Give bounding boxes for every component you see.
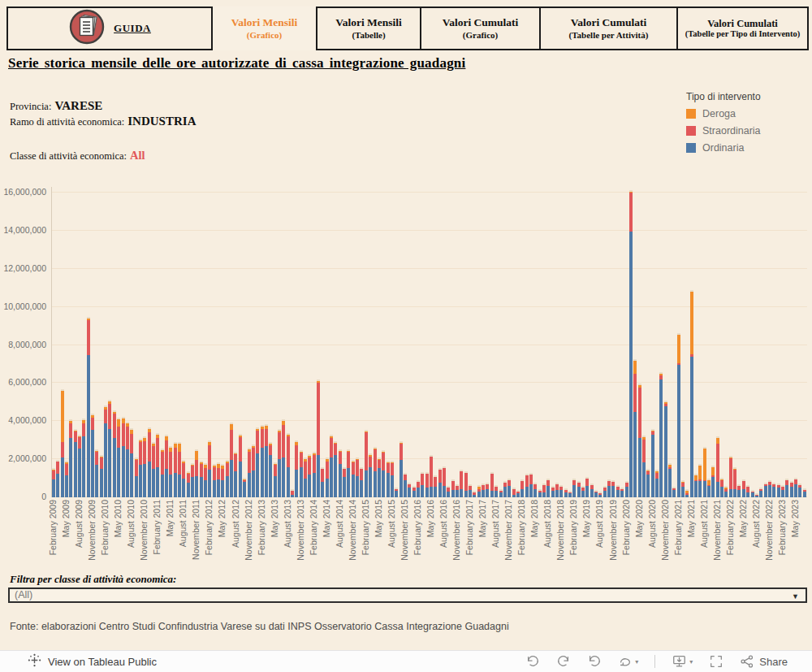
bar-column[interactable] <box>356 457 359 497</box>
bar-column[interactable] <box>360 467 363 497</box>
bar-column[interactable] <box>387 461 390 497</box>
bar-column[interactable] <box>156 433 159 497</box>
bar-column[interactable] <box>52 468 55 497</box>
bar-column[interactable] <box>208 440 211 497</box>
bar-column[interactable] <box>91 414 94 497</box>
bar-column[interactable] <box>690 290 693 497</box>
bar-column[interactable] <box>495 485 498 497</box>
bar-column[interactable] <box>204 463 207 497</box>
bar-column[interactable] <box>404 473 407 497</box>
classe-filter-dropdown[interactable]: (All) ▼ <box>8 587 807 603</box>
bar-column[interactable] <box>430 455 433 497</box>
undo-button[interactable] <box>525 654 540 669</box>
bar-column[interactable] <box>772 483 775 497</box>
redo-button[interactable] <box>556 654 571 669</box>
bar-column[interactable] <box>737 484 741 497</box>
bar-column[interactable] <box>798 483 801 497</box>
bar-column[interactable] <box>326 457 329 497</box>
bar-column[interactable] <box>559 485 563 497</box>
bar-column[interactable] <box>234 452 237 497</box>
bar-column[interactable] <box>252 444 255 497</box>
bar-column[interactable] <box>672 487 676 497</box>
bar-column[interactable] <box>82 418 85 497</box>
bar-column[interactable] <box>417 480 420 497</box>
bar-column[interactable] <box>542 483 546 497</box>
bar-column[interactable] <box>274 462 277 497</box>
bar-column[interactable] <box>698 464 702 497</box>
tab-valori-mensili-tabelle[interactable]: Valori Mensili (Tabelle) <box>316 7 421 50</box>
bar-column[interactable] <box>520 479 524 497</box>
share-button[interactable]: Share <box>740 654 788 669</box>
bar-column[interactable] <box>56 460 59 497</box>
bar-column[interactable] <box>625 481 628 497</box>
bar-column[interactable] <box>187 471 190 497</box>
bar-column[interactable] <box>291 489 294 497</box>
bar-column[interactable] <box>343 467 346 497</box>
bar-column[interactable] <box>317 379 320 497</box>
bar-column[interactable] <box>221 464 224 497</box>
bar-column[interactable] <box>616 485 620 497</box>
bar-column[interactable] <box>438 468 442 497</box>
tab-valori-cumulati-grafico[interactable]: Valori Cumulati (Grafico) <box>420 7 541 50</box>
bar-column[interactable] <box>161 449 164 497</box>
bar-column[interactable] <box>546 479 550 497</box>
bar-column[interactable] <box>460 470 463 497</box>
bar-column[interactable] <box>369 453 372 497</box>
bar-column[interactable] <box>261 425 264 497</box>
bar-column[interactable] <box>503 481 507 497</box>
bar-column[interactable] <box>720 478 723 497</box>
bar-column[interactable] <box>490 472 494 497</box>
bar-column[interactable] <box>456 484 459 497</box>
bar-column[interactable] <box>703 447 706 497</box>
bar-column[interactable] <box>694 474 698 497</box>
bar-column[interactable] <box>646 469 650 497</box>
bar-column[interactable] <box>785 479 788 497</box>
bar-column[interactable] <box>300 450 303 497</box>
bar-column[interactable] <box>768 480 771 497</box>
bar-column[interactable] <box>282 419 285 497</box>
bar-column[interactable] <box>733 467 736 497</box>
view-on-tableau-public[interactable]: View on Tableau Public <box>28 653 157 670</box>
bar-column[interactable] <box>729 456 732 497</box>
tab-valori-mensili-grafico[interactable]: Valori Mensili (Grafico) <box>213 7 316 50</box>
bar-column[interactable] <box>195 449 198 497</box>
bar-column[interactable] <box>794 478 797 497</box>
bar-column[interactable] <box>499 489 503 497</box>
bar-column[interactable] <box>607 479 611 497</box>
bar-column[interactable] <box>174 442 177 497</box>
bar-column[interactable] <box>482 483 485 497</box>
bar-column[interactable] <box>746 485 749 497</box>
bar-column[interactable] <box>633 359 637 497</box>
bar-column[interactable] <box>594 490 598 497</box>
bar-column[interactable] <box>525 474 529 497</box>
bar-column[interactable] <box>668 463 672 497</box>
bar-column[interactable] <box>113 410 116 497</box>
bar-column[interactable] <box>65 461 68 497</box>
bar-column[interactable] <box>751 490 754 497</box>
bar-column[interactable] <box>287 433 290 497</box>
bar-column[interactable] <box>230 423 233 497</box>
bar-column[interactable] <box>642 436 646 497</box>
bar-column[interactable] <box>564 488 568 497</box>
bar-column[interactable] <box>777 483 780 497</box>
bar-column[interactable] <box>382 450 385 497</box>
bar-column[interactable] <box>664 401 667 497</box>
bar-column[interactable] <box>577 481 581 497</box>
bar-column[interactable] <box>681 480 685 497</box>
bar-column[interactable] <box>443 466 446 497</box>
bar-column[interactable] <box>651 429 654 497</box>
bar-column[interactable] <box>620 488 624 497</box>
bar-column[interactable] <box>278 429 281 497</box>
legend-item-ordinaria[interactable]: Ordinaria <box>686 142 761 154</box>
bar-column[interactable] <box>243 478 246 497</box>
bar-column[interactable] <box>217 462 220 497</box>
bar-column[interactable] <box>313 452 316 497</box>
bar-column[interactable] <box>374 447 377 497</box>
tab-valori-cumulati-tabelle-tipo-intervento[interactable]: Valori Cumulati (Tabelle per Tipo di Int… <box>676 7 809 50</box>
bar-column[interactable] <box>473 491 476 497</box>
bar-column[interactable] <box>572 479 576 497</box>
bar-column[interactable] <box>555 483 559 497</box>
bar-column[interactable] <box>352 460 355 497</box>
bar-column[interactable] <box>434 475 437 497</box>
bar-column[interactable] <box>408 483 411 497</box>
